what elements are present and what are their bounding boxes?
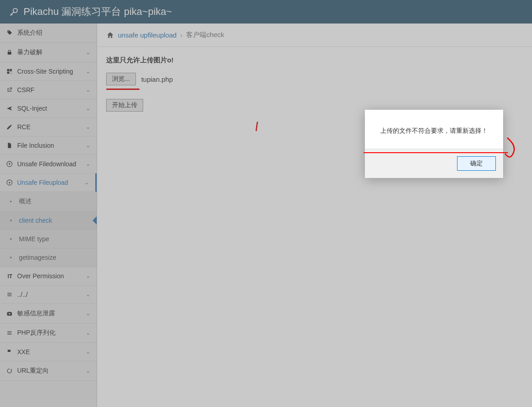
selected-filename: tupian.php [141,75,173,83]
chevron-down-icon: ⌄ [86,161,90,167]
svg-point-0 [13,8,17,12]
sidebar-item-6[interactable]: File Inclusion⌄ [0,136,97,155]
sidebar-item-label: Unsafe Fileupload [17,179,84,186]
brand-icon [9,7,19,17]
share-icon [6,87,14,93]
plane-icon [6,105,14,112]
browse-button[interactable]: 浏览... [106,73,136,85]
sidebar-item-label: 暴力破解 [17,48,86,56]
tag-icon [6,30,14,36]
sidebar-item-14[interactable]: URL重定向⌄ [0,361,97,381]
pencil-icon [6,124,14,130]
sub-item-1[interactable]: client check [0,211,97,230]
list-icon [6,291,14,298]
annotation-curve [505,136,527,163]
sidebar-item-12[interactable]: PHP反序列化⌄ [0,323,97,343]
svg-rect-2 [8,52,11,55]
content-heading: 这里只允许上传图片o! [106,56,523,65]
app-title: Pikachu 漏洞练习平台 pika~pika~ [23,5,172,19]
chevron-down-icon: ⌄ [86,310,90,317]
chevron-down-icon: ⌄ [86,273,90,279]
chevron-down-icon: ⌄ [86,291,90,298]
breadcrumb-separator: › [180,31,182,39]
annotation-mark [255,122,259,132]
svg-rect-5 [7,72,9,74]
lock-icon [6,49,14,56]
svg-point-1 [8,31,9,32]
sidebar-item-5[interactable]: RCE⌄ [0,118,97,136]
download-icon [6,161,14,167]
alert-ok-button[interactable]: 确定 [457,156,496,171]
app-header: Pikachu 漏洞练习平台 pika~pika~ [0,0,532,23]
sidebar: 系统介绍暴力破解⌄Cross-Site Scripting⌄CSRF⌄SQL-I… [0,23,97,407]
sidebar-item-label: Over Permission [17,272,86,280]
it-icon: IT [6,272,14,280]
chevron-down-icon: ⌄ [86,49,90,56]
chevron-down-icon: ⌄ [86,349,90,355]
sub-item-0[interactable]: 概述 [0,192,97,211]
flag-icon [6,349,14,355]
sidebar-item-label: URL重定向 [17,367,86,375]
svg-rect-6 [10,72,12,74]
sidebar-item-10[interactable]: ../../⌄ [0,285,97,304]
home-icon[interactable] [106,31,114,39]
annotation-line [364,152,508,153]
sidebar-item-label: 敏感信息泄露 [17,309,86,318]
chevron-down-icon: ⌄ [86,105,90,112]
main-content: unsafe upfileupload › 客户端check 这里只允许上传图片… [97,23,532,407]
chevron-down-icon: ⌄ [86,68,90,75]
camera-icon [6,310,14,317]
chevron-down-icon: ⌄ [86,330,90,336]
file-icon [6,142,14,149]
xss-icon [6,68,14,75]
sidebar-item-11[interactable]: 敏感信息泄露⌄ [0,304,97,323]
alert-message: 上传的文件不符合要求，请重新选择！ [365,110,503,149]
sidebar-item-label: Unsafe Filedownload [17,160,86,168]
sidebar-item-label: PHP反序列化 [17,329,86,337]
breadcrumb: unsafe upfileupload › 客户端check [97,23,532,47]
list-icon [6,330,14,336]
sidebar-item-13[interactable]: XXE⌄ [0,343,97,361]
refresh-icon [6,368,14,374]
sidebar-item-8[interactable]: Unsafe Fileupload⌄ [0,173,97,192]
svg-rect-4 [10,69,12,71]
sidebar-item-1[interactable]: 暴力破解⌄ [0,43,97,62]
sidebar-item-9[interactable]: ITOver Permission⌄ [0,267,97,285]
sub-item-3[interactable]: getimagesize [0,248,97,267]
sidebar-item-4[interactable]: SQL-Inject⌄ [0,99,97,118]
breadcrumb-current: 客户端check [186,31,224,39]
sidebar-item-label: File Inclusion [17,142,86,149]
breadcrumb-link-upload[interactable]: unsafe upfileupload [118,31,177,39]
sub-item-2[interactable]: MIME type [0,230,97,248]
upload-icon [6,179,14,186]
sidebar-item-label: SQL-Inject [17,105,86,112]
chevron-down-icon: ⌄ [86,124,90,130]
sidebar-item-label: CSRF [17,86,86,94]
sidebar-item-7[interactable]: Unsafe Filedownload⌄ [0,155,97,173]
sidebar-item-label: Cross-Site Scripting [17,68,86,75]
sidebar-item-3[interactable]: CSRF⌄ [0,81,97,99]
upload-button[interactable]: 开始上传 [106,99,143,112]
sidebar-item-label: 系统介绍 [17,29,90,37]
chevron-down-icon: ⌄ [84,179,89,186]
sidebar-item-0[interactable]: 系统介绍 [0,23,97,43]
svg-point-10 [9,313,10,315]
chevron-down-icon: ⌄ [86,368,90,374]
chevron-down-icon: ⌄ [86,142,90,149]
sidebar-item-label: ../../ [17,291,86,298]
sidebar-item-label: XXE [17,348,86,356]
sidebar-item-2[interactable]: Cross-Site Scripting⌄ [0,62,97,81]
sidebar-item-label: RCE [17,123,86,131]
alert-dialog: 上传的文件不符合要求，请重新选择！ 确定 [365,110,503,178]
chevron-down-icon: ⌄ [86,87,90,93]
sidebar-submenu: 概述client checkMIME typegetimagesize [0,192,97,267]
svg-rect-3 [7,69,9,71]
